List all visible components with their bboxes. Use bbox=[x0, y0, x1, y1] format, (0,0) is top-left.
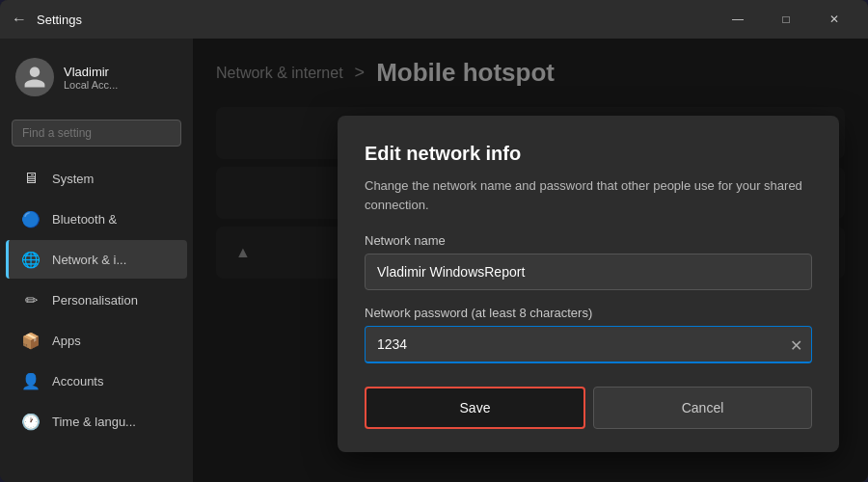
cancel-button[interactable]: Cancel bbox=[593, 387, 812, 429]
dialog-description: Change the network name and password tha… bbox=[365, 176, 812, 214]
network-icon: 🌐 bbox=[21, 250, 41, 269]
close-button[interactable]: ✕ bbox=[812, 4, 856, 35]
system-icon: 🖥 bbox=[21, 169, 41, 188]
sidebar-item-network[interactable]: 🌐 Network & i... bbox=[6, 240, 187, 279]
main-content: Vladimir Local Acc... 🖥 System 🔵 Bluetoo… bbox=[0, 39, 868, 482]
bluetooth-icon: 🔵 bbox=[21, 209, 41, 228]
sidebar-item-time[interactable]: 🕐 Time & langu... bbox=[6, 402, 187, 441]
time-icon: 🕐 bbox=[21, 412, 41, 431]
window-title: Settings bbox=[37, 13, 716, 27]
personalisation-icon: ✏ bbox=[21, 290, 41, 309]
dialog-title: Edit network info bbox=[365, 143, 812, 165]
user-sub: Local Acc... bbox=[64, 79, 118, 91]
back-button[interactable]: ← bbox=[12, 11, 27, 28]
search-input[interactable] bbox=[12, 120, 181, 147]
user-info: Vladimir Local Acc... bbox=[64, 65, 118, 91]
settings-window: ← Settings — □ ✕ Vladimir Local Acc... bbox=[0, 0, 868, 482]
accounts-icon: 👤 bbox=[21, 371, 41, 390]
dialog-actions: Save Cancel bbox=[365, 387, 812, 429]
sidebar-label-system: System bbox=[52, 172, 94, 186]
title-bar: ← Settings — □ ✕ bbox=[0, 0, 868, 39]
avatar bbox=[15, 58, 54, 96]
user-name: Vladimir bbox=[64, 65, 118, 79]
window-controls: — □ ✕ bbox=[716, 4, 856, 35]
password-field-wrapper: ✕ bbox=[365, 326, 812, 363]
sidebar-label-accounts: Accounts bbox=[52, 374, 103, 388]
sidebar-item-accounts[interactable]: 👤 Accounts bbox=[6, 362, 187, 400]
password-label: Network password (at least 8 characters) bbox=[365, 306, 812, 320]
sidebar-item-apps[interactable]: 📦 Apps bbox=[6, 321, 187, 360]
network-name-label: Network name bbox=[365, 233, 812, 248]
clear-password-button[interactable]: ✕ bbox=[790, 335, 802, 354]
page-content: Network & internet > Mobile hotspot ...F… bbox=[193, 39, 868, 482]
sidebar-item-bluetooth[interactable]: 🔵 Bluetooth & bbox=[6, 200, 187, 238]
minimize-button[interactable]: — bbox=[716, 4, 760, 35]
network-name-input[interactable] bbox=[365, 254, 812, 290]
sidebar-item-personalisation[interactable]: ✏ Personalisation bbox=[6, 281, 187, 319]
user-profile[interactable]: Vladimir Local Acc... bbox=[0, 46, 193, 108]
apps-icon: 📦 bbox=[21, 331, 41, 350]
sidebar-label-apps: Apps bbox=[52, 334, 81, 348]
sidebar: Vladimir Local Acc... 🖥 System 🔵 Bluetoo… bbox=[0, 39, 193, 482]
password-input[interactable] bbox=[365, 326, 812, 363]
sidebar-label-bluetooth: Bluetooth & bbox=[52, 212, 117, 227]
sidebar-label-personalisation: Personalisation bbox=[52, 293, 138, 308]
edit-network-dialog: Edit network info Change the network nam… bbox=[338, 116, 839, 452]
save-button[interactable]: Save bbox=[365, 387, 585, 429]
maximize-button[interactable]: □ bbox=[764, 4, 808, 35]
user-avatar-icon bbox=[22, 65, 47, 90]
sidebar-label-time: Time & langu... bbox=[52, 415, 136, 429]
sidebar-item-system[interactable]: 🖥 System bbox=[6, 159, 187, 198]
sidebar-label-network: Network & i... bbox=[52, 253, 126, 267]
